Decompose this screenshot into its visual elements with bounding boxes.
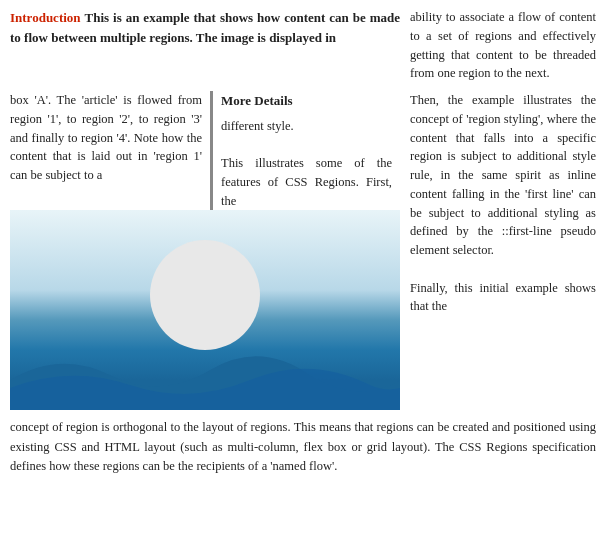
image-box [10,210,400,410]
intro-label: Introduction [10,10,81,25]
cols-two: box 'A'. The 'article' is flowed from re… [10,91,400,210]
col-right-then: Then, the example illustrates the concep… [410,91,596,260]
right-tall-col: Then, the example illustrates the concep… [400,91,596,418]
col-right-finally: Finally, this initial example shows that… [410,279,596,317]
intro-heading-area: Introduction This is an example that sho… [10,8,400,83]
top-right-text: ability to associate a flow of content t… [410,8,596,83]
bottom-section: concept of region is orthogonal to the l… [10,418,596,476]
more-details-label: More Details [221,91,392,111]
left-and-image: box 'A'. The 'article' is flowed from re… [10,91,400,418]
col-middle: More Details different style. This illus… [210,91,400,210]
col-left: box 'A'. The 'article' is flowed from re… [10,91,210,210]
intro-heading: Introduction This is an example that sho… [10,8,400,47]
col-middle-body: This illustrates some of the features of… [221,154,392,210]
middle-section: box 'A'. The 'article' is flowed from re… [10,91,596,418]
top-section: Introduction This is an example that sho… [10,8,596,83]
col-middle-style: different style. [221,117,392,136]
page-container: Introduction This is an example that sho… [10,8,596,476]
wave-svg [10,330,400,410]
